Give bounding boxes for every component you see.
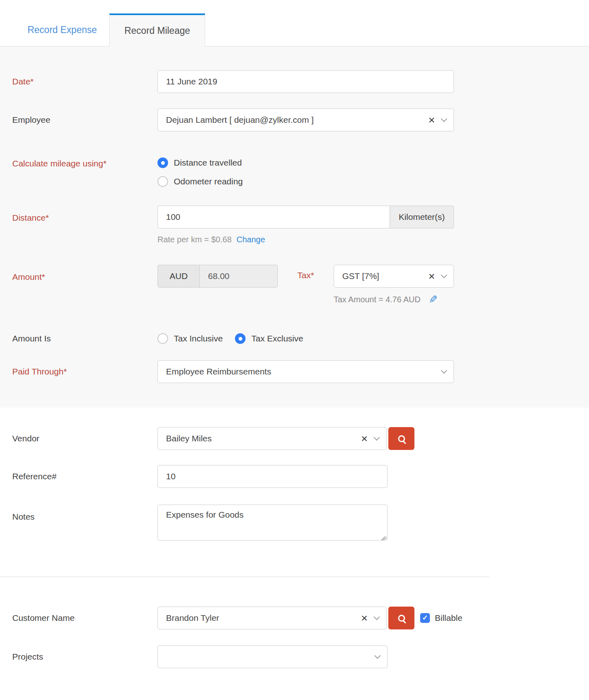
employee-value: Dejuan Lambert [ dejuan@zylker.com ] <box>166 115 428 125</box>
tax-amount-text: Tax Amount = 4.76 AUD <box>334 295 421 304</box>
tab-record-expense[interactable]: Record Expense <box>18 13 106 46</box>
radio-tax-inclusive-label: Tax Inclusive <box>174 334 223 343</box>
employee-select[interactable]: Dejuan Lambert [ dejuan@zylker.com ] ✕ <box>157 109 454 131</box>
date-input[interactable] <box>157 70 454 93</box>
distance-row: Distance* Kilometer(s) Rate per km = $0.… <box>0 206 589 244</box>
customer-value: Brandon Tyler <box>166 613 361 623</box>
billable-checkbox[interactable]: ✓ <box>420 613 430 623</box>
distance-label: Distance* <box>0 206 157 224</box>
date-row: Date* <box>0 70 589 93</box>
employee-label: Employee <box>0 113 157 126</box>
vendor-row: Vendor Bailey Miles ✕ <box>0 427 589 450</box>
reference-input[interactable] <box>157 465 388 488</box>
amount-label: Amount* <box>0 265 157 284</box>
paid-through-select[interactable]: Employee Reimbursements <box>157 360 454 383</box>
tab-bar: Record Expense Record Mileage <box>0 0 589 47</box>
amount-is-row: Amount Is Tax Inclusive Tax Exclusive <box>0 332 589 346</box>
edit-pencil-icon[interactable]: ✎ <box>429 294 438 305</box>
reference-label: Reference# <box>0 470 157 483</box>
vendor-select[interactable]: Bailey Miles ✕ <box>157 427 387 450</box>
radio-unselected-icon[interactable] <box>157 176 168 187</box>
customer-label: Customer Name <box>0 611 157 625</box>
section-divider <box>0 576 489 577</box>
clear-icon[interactable]: ✕ <box>361 434 368 443</box>
vendor-label: Vendor <box>0 432 157 445</box>
vendor-search-button[interactable] <box>388 427 414 450</box>
amount-input <box>199 265 278 288</box>
clear-icon[interactable]: ✕ <box>428 116 435 124</box>
paid-through-label: Paid Through* <box>0 365 157 378</box>
projects-row: Projects <box>0 645 589 668</box>
radio-tax-inclusive[interactable]: Tax Inclusive <box>157 332 223 346</box>
change-link[interactable]: Change <box>237 235 265 244</box>
chevron-down-icon <box>441 272 447 278</box>
radio-odometer-reading-label: Odometer reading <box>174 177 243 186</box>
notes-textarea[interactable]: Expenses for Goods <box>157 505 388 541</box>
amount-currency-addon: AUD <box>157 265 199 288</box>
paid-through-value: Employee Reimbursements <box>166 367 442 377</box>
projects-label: Projects <box>0 650 157 663</box>
radio-selected-icon[interactable] <box>235 333 246 344</box>
search-icon <box>398 435 405 442</box>
amount-is-label: Amount Is <box>0 332 157 345</box>
calculate-mileage-row: Calculate mileage using* Distance travel… <box>0 156 589 188</box>
tab-record-mileage[interactable]: Record Mileage <box>109 13 205 47</box>
chevron-down-icon <box>374 652 381 659</box>
tax-label: Tax* <box>278 265 334 280</box>
amount-row: Amount* AUD Tax* GST [7%] ✕ Tax Amount =… <box>0 265 589 305</box>
tax-value: GST [7%] <box>342 271 428 281</box>
chevron-down-icon <box>441 367 447 374</box>
mileage-form-section: Date* Employee Dejuan Lambert [ dejuan@z… <box>0 47 589 408</box>
radio-selected-icon[interactable] <box>157 157 168 168</box>
customer-select[interactable]: Brandon Tyler ✕ <box>157 607 387 629</box>
date-label: Date* <box>0 75 157 88</box>
chevron-down-icon <box>374 434 380 441</box>
tax-select[interactable]: GST [7%] ✕ <box>334 265 454 288</box>
customer-search-button[interactable] <box>388 607 414 629</box>
radio-distance-travelled-label: Distance travelled <box>174 158 242 168</box>
chevron-down-icon <box>441 115 447 122</box>
distance-unit-addon: Kilometer(s) <box>390 206 454 228</box>
reference-row: Reference# <box>0 465 589 488</box>
radio-unselected-icon[interactable] <box>157 333 168 344</box>
notes-label: Notes <box>0 505 157 523</box>
search-icon <box>398 615 405 622</box>
distance-input[interactable] <box>157 206 390 228</box>
billable-label: Billable <box>435 613 463 623</box>
notes-row: Notes Expenses for Goods <box>0 505 589 542</box>
clear-icon[interactable]: ✕ <box>361 614 368 622</box>
chevron-down-icon <box>374 614 380 620</box>
rate-per-km-text: Rate per km = $0.68 <box>157 235 232 244</box>
radio-odometer-reading[interactable]: Odometer reading <box>157 175 243 188</box>
customer-row: Customer Name Brandon Tyler ✕ ✓ Billable <box>0 607 589 629</box>
employee-row: Employee Dejuan Lambert [ dejuan@zylker.… <box>0 109 589 131</box>
vendor-value: Bailey Miles <box>166 434 361 443</box>
projects-select[interactable] <box>157 645 388 668</box>
paid-through-row: Paid Through* Employee Reimbursements <box>0 360 589 383</box>
radio-distance-travelled[interactable]: Distance travelled <box>157 156 243 170</box>
radio-tax-exclusive[interactable]: Tax Exclusive <box>235 332 303 346</box>
calculate-mileage-label: Calculate mileage using* <box>0 156 157 170</box>
details-section: Vendor Bailey Miles ✕ Reference# Notes E… <box>0 408 589 668</box>
clear-icon[interactable]: ✕ <box>428 272 435 281</box>
radio-tax-exclusive-label: Tax Exclusive <box>251 334 303 343</box>
